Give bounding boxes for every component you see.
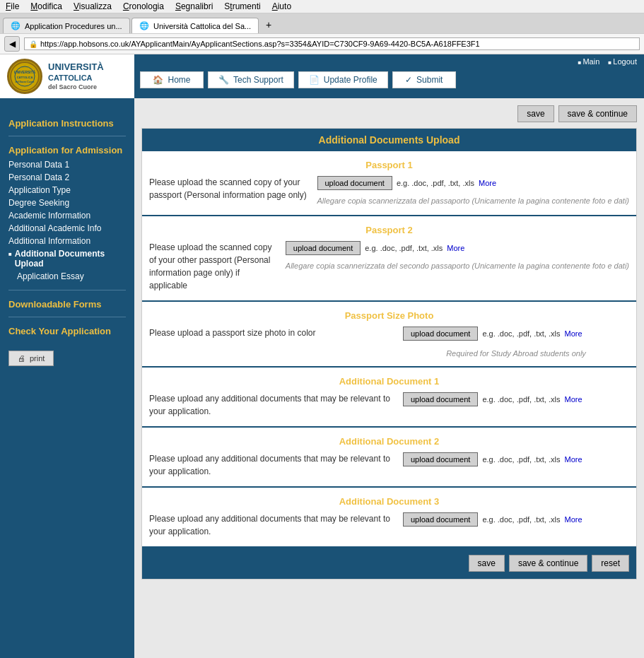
passport1-content: Please upload the scanned copy of your p… — [149, 176, 629, 206]
back-button[interactable]: ◀ — [4, 36, 20, 52]
save-continue-button-top[interactable]: save & continue — [558, 105, 637, 122]
reset-button[interactable]: reset — [592, 555, 629, 572]
sidebar-academic-information[interactable]: Academic Information — [8, 209, 126, 222]
browser-menu: File Modifica Visualizza Cronologia Segn… — [0, 0, 644, 13]
tab2-label: Università Cattolica del Sa... — [153, 22, 251, 30]
main-link[interactable]: Main — [578, 57, 599, 66]
main-panel: Additional Documents Upload Passport 1 P… — [141, 128, 637, 580]
logo-area: UNIVERSITÀ CATTOLICA del Sacro Cuore UNI… — [0, 54, 134, 98]
university-logo: UNIVERSITÀ CATTOLICA del Sacro Cuore — [7, 59, 42, 94]
tab1-favicon: 🌐 — [11, 21, 21, 30]
browser-address-bar: ◀ 🔒 https://app.hobsons.co.uk/AYApplican… — [0, 33, 644, 54]
menu-modifica[interactable]: Modifica — [30, 1, 62, 11]
nav-bar: 🏠 Home 🔧 Tech Support 📄 Update Profile ✓… — [134, 69, 644, 91]
passport1-italian-note: Allegare copia scannerizzata del passapo… — [317, 196, 630, 206]
print-label: print — [30, 354, 45, 363]
header-top-bar: Main Logout — [134, 54, 644, 69]
passport2-hint: e.g. .doc, .pdf, .txt, .xls — [365, 244, 443, 252]
passport2-upload-area: upload document e.g. .doc, .pdf, .txt, .… — [286, 241, 629, 271]
profile-icon: 📄 — [309, 75, 320, 85]
additional2-more-link[interactable]: More — [564, 455, 582, 464]
tab1-close[interactable]: ✕ — [129, 22, 130, 30]
nav-tech-label: Tech Support — [233, 75, 283, 85]
sidebar-application-essay[interactable]: Application Essay — [8, 270, 126, 283]
check-icon: ✓ — [405, 75, 412, 85]
nav-submit[interactable]: ✓ Submit — [392, 71, 456, 88]
divider-3 — [8, 317, 126, 317]
menu-cronologia[interactable]: Cronologia — [123, 1, 164, 11]
passport-photo-title: Passport Size Photo — [149, 310, 629, 321]
svg-text:del Sacro Cuore: del Sacro Cuore — [16, 81, 35, 83]
sidebar-personal-data-1[interactable]: Personal Data 1 — [8, 158, 126, 171]
passport2-content: Please upload the scanned copy of your o… — [149, 241, 629, 292]
additional3-desc: Please upload any additional documents t… — [149, 512, 396, 538]
passport2-italian-note: Allegare copia scannerizzata del secondo… — [286, 261, 629, 271]
save-button-top[interactable]: save — [517, 105, 554, 122]
nav-tech-support[interactable]: 🔧 Tech Support — [208, 71, 294, 88]
sidebar-degree-seeking[interactable]: Degree Seeking — [8, 196, 126, 209]
additional1-upload-button[interactable]: upload document — [403, 392, 478, 406]
print-button[interactable]: 🖨 print — [8, 351, 54, 366]
home-icon: 🏠 — [153, 75, 163, 85]
passport1-upload-area: upload document e.g. .doc, .pdf, .txt, .… — [317, 176, 630, 206]
svg-text:UNIVERSITÀ: UNIVERSITÀ — [14, 70, 36, 74]
passport-photo-more-link[interactable]: More — [564, 329, 582, 338]
address-field[interactable]: 🔒 https://app.hobsons.co.uk/AYApplicantM… — [24, 37, 640, 50]
tab2-close[interactable]: ✕ — [258, 22, 259, 30]
passport1-title: Passport 1 — [149, 160, 629, 170]
passport1-section: Passport 1 Please upload the scanned cop… — [142, 151, 636, 216]
logout-link[interactable]: Logout — [608, 57, 637, 66]
passport-photo-upload-button[interactable]: upload document — [403, 327, 478, 341]
additional1-more-link[interactable]: More — [564, 395, 582, 404]
nav-home[interactable]: 🏠 Home — [140, 71, 204, 88]
additional2-hint: e.g. .doc, .pdf, .txt, .xls — [482, 455, 560, 464]
url-text: https://app.hobsons.co.uk/AYApplicantMai… — [40, 40, 480, 48]
sidebar-application-type[interactable]: Application Type — [8, 184, 126, 196]
additional1-upload-area: upload document e.g. .doc, .pdf, .txt, .… — [403, 392, 629, 406]
additional2-upload-button[interactable]: upload document — [403, 452, 478, 466]
save-continue-button-bottom[interactable]: save & continue — [509, 555, 587, 572]
sidebar-personal-data-2[interactable]: Personal Data 2 — [8, 171, 126, 184]
tab-1[interactable]: 🌐 Application Procedures un... ✕ — [3, 18, 130, 33]
sidebar-section-app-instructions: Application Instructions — [8, 118, 126, 129]
passport2-upload-button[interactable]: upload document — [286, 241, 361, 255]
sidebar-section-app-admission: Application for Admission — [8, 145, 126, 155]
additional1-content: Please upload any additional documents t… — [149, 392, 629, 418]
passport1-upload-button[interactable]: upload document — [317, 176, 392, 190]
new-tab-button[interactable]: + — [260, 16, 277, 33]
menu-aiuto[interactable]: Aiuto — [272, 1, 291, 11]
divider-2 — [8, 290, 126, 290]
tab1-label: Application Procedures un... — [25, 22, 122, 30]
sidebar: Application Instructions Application for… — [0, 98, 134, 658]
passport2-upload-row: upload document e.g. .doc, .pdf, .txt, .… — [286, 241, 629, 255]
additional2-section: Additional Document 2 Please upload any … — [142, 428, 636, 488]
additional1-title: Additional Document 1 — [149, 376, 629, 387]
menu-visualizza[interactable]: Visualizza — [74, 1, 112, 11]
additional3-more-link[interactable]: More — [564, 515, 582, 524]
nav-submit-label: Submit — [416, 75, 443, 85]
additional3-upload-button[interactable]: upload document — [403, 512, 478, 527]
browser-tabs: 🌐 Application Procedures un... ✕ 🌐 Unive… — [0, 13, 644, 33]
passport1-hint: e.g. .doc, .pdf, .txt, .xls — [397, 179, 474, 187]
save-button-bottom[interactable]: save — [469, 555, 505, 572]
sidebar-additional-documents-upload[interactable]: Additional Documents Upload — [8, 247, 126, 270]
menu-segnalibri[interactable]: Segnalibri — [175, 1, 213, 11]
panel-header: Additional Documents Upload — [142, 129, 636, 151]
passport2-desc: Please upload the scanned copy of your o… — [149, 241, 279, 292]
tab-2[interactable]: 🌐 Università Cattolica del Sa... ✕ — [131, 18, 259, 33]
app-container: UNIVERSITÀ CATTOLICA del Sacro Cuore UNI… — [0, 54, 644, 658]
university-sub: del Sacro Cuore — [48, 83, 104, 92]
sidebar-additional-information[interactable]: Additional Information — [8, 235, 126, 247]
lock-icon: 🔒 — [29, 40, 37, 48]
university-name: UNIVERSITÀ — [48, 61, 104, 74]
passport1-more-link[interactable]: More — [479, 179, 496, 187]
menu-file[interactable]: File — [6, 1, 19, 11]
passport2-more-link[interactable]: More — [447, 244, 464, 252]
university-cattolica: CATTOLICA — [48, 73, 104, 83]
additional2-upload-area: upload document e.g. .doc, .pdf, .txt, .… — [403, 452, 629, 466]
nav-home-label: Home — [168, 75, 190, 85]
additional3-upload-row: upload document e.g. .doc, .pdf, .txt, .… — [403, 512, 629, 527]
sidebar-additional-academic-info[interactable]: Additional Academic Info — [8, 222, 126, 235]
nav-update-profile[interactable]: 📄 Update Profile — [298, 71, 388, 88]
menu-strumenti[interactable]: Strumenti — [224, 1, 260, 11]
